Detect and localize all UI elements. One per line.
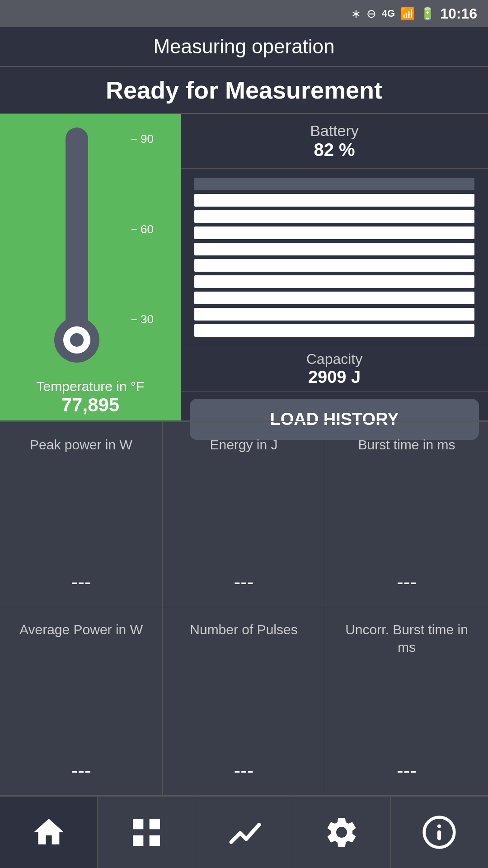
bottom-nav bbox=[0, 796, 488, 868]
data-cell-label-1: Energy in J bbox=[210, 436, 277, 453]
battery-value: 82 % bbox=[314, 140, 355, 160]
data-cell-label-2: Burst time in ms bbox=[358, 436, 455, 453]
capacity-value: 2909 J bbox=[308, 368, 361, 387]
cap-bar-6 bbox=[194, 259, 474, 272]
cap-bar-3 bbox=[194, 210, 474, 223]
data-grid: Peak power in W --- Energy in J --- Burs… bbox=[0, 421, 488, 796]
capacity-label: Capacity bbox=[306, 351, 363, 368]
data-cell-4: Number of Pulses --- bbox=[163, 607, 325, 796]
cap-bar-10 bbox=[194, 324, 474, 337]
nav-home[interactable] bbox=[0, 797, 98, 868]
cap-bar-8 bbox=[194, 292, 474, 304]
ready-title: Ready for Measurement bbox=[106, 76, 382, 104]
status-time: 10:16 bbox=[440, 5, 477, 22]
data-cell-value-3: --- bbox=[71, 759, 91, 782]
data-cell-label-4: Number of Pulses bbox=[190, 621, 297, 638]
battery-label: Battery bbox=[310, 122, 359, 140]
thermometer-section: 90 60 30 Temperature in °F 77, bbox=[0, 114, 181, 420]
data-cell-value-4: --- bbox=[234, 759, 254, 782]
data-cell-2: Burst time in ms --- bbox=[325, 422, 488, 607]
grid-icon bbox=[128, 814, 164, 850]
4g-icon: 4G bbox=[382, 8, 395, 19]
nav-grid[interactable] bbox=[98, 797, 195, 868]
battery-icon: 🔋 bbox=[420, 7, 435, 21]
app-header: Measuring operation bbox=[0, 27, 488, 67]
temperature-display: Temperature in °F 77,895 bbox=[0, 379, 181, 416]
data-cell-value-1: --- bbox=[234, 571, 254, 593]
capacity-visual bbox=[181, 169, 488, 346]
thermo-tube bbox=[66, 127, 88, 322]
cap-bar-9 bbox=[194, 308, 474, 321]
temperature-label: Temperature in °F bbox=[0, 379, 181, 394]
scale-60: 60 bbox=[131, 222, 154, 236]
data-cell-label-5: Uncorr. Burst time in ms bbox=[334, 621, 479, 656]
settings-icon bbox=[324, 814, 360, 850]
data-cell-label-0: Peak power in W bbox=[30, 436, 132, 453]
info-icon bbox=[421, 814, 457, 850]
nav-chart[interactable] bbox=[195, 797, 293, 868]
minus-icon: ⊖ bbox=[366, 7, 376, 21]
data-cell-3: Average Power in W --- bbox=[0, 607, 163, 796]
data-cell-value-0: --- bbox=[71, 571, 91, 593]
cap-bar-2 bbox=[194, 194, 474, 207]
thermo-bulb bbox=[54, 317, 99, 363]
data-cell-5: Uncorr. Burst time in ms --- bbox=[325, 607, 488, 796]
chart-icon bbox=[226, 814, 262, 850]
main-panel: 90 60 30 Temperature in °F 77, bbox=[0, 114, 488, 421]
cap-bar-7 bbox=[194, 275, 474, 288]
bluetooth-icon: ∗ bbox=[351, 7, 361, 21]
data-cell-1: Energy in J --- bbox=[163, 422, 325, 607]
thermo-bulb-core bbox=[70, 333, 84, 347]
data-cell-label-3: Average Power in W bbox=[19, 621, 143, 638]
data-cell-value-5: --- bbox=[397, 759, 417, 782]
data-cell-0: Peak power in W --- bbox=[0, 422, 163, 607]
thermo-bulb-inner bbox=[63, 326, 90, 354]
nav-settings[interactable] bbox=[293, 797, 391, 868]
cap-bar-4 bbox=[194, 226, 474, 239]
app-title: Measuring operation bbox=[153, 35, 334, 57]
capacity-info: Capacity 2909 J bbox=[181, 346, 488, 392]
scale-90: 90 bbox=[131, 132, 154, 146]
thermometer-graphic bbox=[54, 127, 99, 363]
ready-banner: Ready for Measurement bbox=[0, 67, 488, 114]
status-bar: ∗ ⊖ 4G 📶 🔋 10:16 bbox=[0, 0, 488, 27]
signal-icon: 📶 bbox=[400, 7, 415, 21]
scale-30: 30 bbox=[131, 312, 154, 326]
cap-bar-1 bbox=[194, 178, 474, 190]
battery-info: Battery 82 % bbox=[181, 114, 488, 169]
temperature-value: 77,895 bbox=[0, 394, 181, 416]
battery-section: Battery 82 % Capacity 2909 J LOAD HISTOR… bbox=[181, 114, 488, 420]
home-icon bbox=[31, 814, 67, 850]
data-cell-value-2: --- bbox=[397, 571, 417, 593]
cap-bar-5 bbox=[194, 243, 474, 255]
nav-info[interactable] bbox=[391, 797, 488, 868]
status-icons: ∗ ⊖ 4G 📶 🔋 10:16 bbox=[351, 5, 477, 22]
